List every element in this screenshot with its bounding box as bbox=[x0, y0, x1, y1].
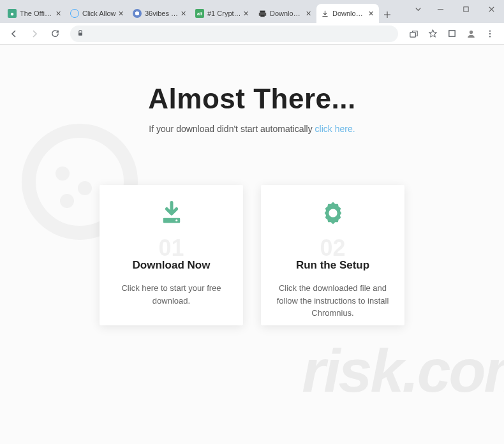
download-icon bbox=[320, 9, 329, 18]
tab-0[interactable]: ● The Official H ✕ bbox=[4, 4, 66, 23]
tab-3[interactable]: alt #1 Cryptocur ✕ bbox=[191, 4, 254, 23]
menu-icon[interactable] bbox=[481, 25, 499, 43]
card-number: 01 bbox=[158, 235, 184, 262]
cards-row: 01 Download Now Click here to start your… bbox=[0, 185, 504, 325]
chevron-down-icon[interactable] bbox=[408, 0, 427, 18]
page-content: risk.com Almost There... If your downloa… bbox=[0, 45, 504, 444]
card-desc: Click here to start your free download. bbox=[112, 282, 230, 307]
svg-rect-1 bbox=[463, 6, 468, 11]
svg-rect-6 bbox=[410, 33, 415, 38]
favicon-icon bbox=[133, 9, 142, 18]
tab-title: The Official H bbox=[20, 10, 54, 17]
close-icon[interactable]: ✕ bbox=[116, 9, 125, 18]
svg-point-10 bbox=[489, 33, 491, 34]
favicon-icon: alt bbox=[195, 9, 204, 18]
url-bar[interactable] bbox=[70, 26, 398, 42]
back-button[interactable] bbox=[5, 25, 23, 43]
close-icon[interactable]: ✕ bbox=[54, 9, 63, 18]
svg-rect-2 bbox=[260, 10, 265, 12]
svg-rect-7 bbox=[448, 31, 454, 36]
forward-button[interactable] bbox=[26, 25, 43, 43]
close-icon[interactable]: ✕ bbox=[179, 9, 188, 18]
tab-4[interactable]: Download m ✕ bbox=[254, 4, 316, 23]
tab-title: 36vibes : You bbox=[145, 10, 179, 17]
lock-icon bbox=[77, 28, 84, 40]
favicon-icon: ● bbox=[8, 9, 17, 18]
extensions-icon[interactable] bbox=[443, 25, 461, 43]
svg-rect-4 bbox=[260, 15, 265, 17]
tab-2[interactable]: 36vibes : You ✕ bbox=[129, 4, 191, 23]
minimize-button[interactable] bbox=[427, 0, 453, 18]
tab-title: Download m bbox=[270, 10, 304, 17]
setup-card[interactable]: 02 Run the Setup Click the downloaded fi… bbox=[261, 185, 404, 325]
printer-icon bbox=[258, 9, 267, 18]
maximize-button[interactable] bbox=[453, 0, 478, 18]
svg-point-11 bbox=[489, 36, 491, 37]
reload-button[interactable] bbox=[46, 25, 64, 43]
tab-title: #1 Cryptocur bbox=[207, 10, 241, 17]
close-icon[interactable]: ✕ bbox=[366, 9, 375, 18]
card-desc: Click the downloaded file and follow the… bbox=[274, 282, 392, 320]
page-title: Almost There... bbox=[0, 83, 504, 115]
watermark-text: risk.com bbox=[302, 336, 504, 406]
card-number: 02 bbox=[320, 235, 345, 262]
toolbar bbox=[0, 23, 504, 45]
download-icon bbox=[158, 199, 186, 230]
svg-rect-17 bbox=[163, 218, 179, 223]
new-tab-button[interactable] bbox=[379, 6, 396, 23]
close-button[interactable] bbox=[478, 0, 504, 18]
click-here-link[interactable]: click here. bbox=[315, 124, 355, 134]
card-title: Run the Setup bbox=[296, 259, 369, 272]
subtitle-text: If your download didn't start automatica… bbox=[149, 124, 315, 134]
gear-icon bbox=[319, 199, 347, 230]
svg-point-18 bbox=[175, 219, 177, 221]
content: Almost There... If your download didn't … bbox=[0, 45, 504, 325]
share-icon[interactable] bbox=[404, 25, 422, 43]
svg-point-9 bbox=[489, 30, 491, 31]
star-icon[interactable] bbox=[424, 25, 441, 43]
svg-rect-5 bbox=[78, 33, 82, 36]
tab-title: Download Re bbox=[332, 10, 366, 17]
favicon-icon bbox=[70, 9, 79, 18]
close-icon[interactable]: ✕ bbox=[304, 9, 313, 18]
tab-5[interactable]: Download Re ✕ bbox=[316, 4, 379, 23]
card-title: Download Now bbox=[133, 259, 211, 272]
tab-title: Click Allow bbox=[82, 10, 116, 17]
profile-icon[interactable] bbox=[462, 25, 480, 43]
svg-point-8 bbox=[469, 31, 472, 34]
subtitle: If your download didn't start automatica… bbox=[0, 124, 504, 134]
window-controls bbox=[408, 0, 504, 18]
download-card[interactable]: 01 Download Now Click here to start your… bbox=[100, 185, 243, 325]
toolbar-right bbox=[404, 25, 499, 43]
tab-1[interactable]: Click Allow ✕ bbox=[66, 4, 129, 23]
svg-point-19 bbox=[329, 209, 337, 217]
close-icon[interactable]: ✕ bbox=[241, 9, 250, 18]
